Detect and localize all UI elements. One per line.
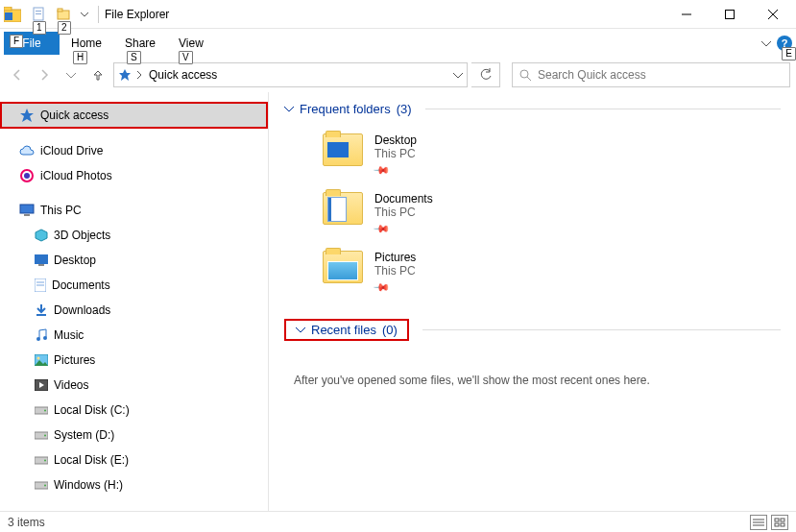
recent-locations-button[interactable] bbox=[60, 63, 83, 86]
recent-files-header[interactable]: Recent files (0) bbox=[284, 315, 781, 345]
separator bbox=[422, 329, 781, 330]
view-details-button[interactable] bbox=[750, 515, 767, 530]
tree-label: Local Disk (C:) bbox=[54, 403, 130, 417]
tree-label: Desktop bbox=[54, 254, 96, 267]
tab-share[interactable]: Share S bbox=[113, 32, 167, 55]
keytip-view: V bbox=[179, 51, 193, 64]
file-explorer-icon bbox=[2, 4, 23, 25]
videos-icon bbox=[35, 379, 48, 391]
tree-icloud-photos[interactable]: iCloud Photos bbox=[0, 163, 268, 188]
window-controls bbox=[664, 0, 794, 29]
tree-pictures[interactable]: Pictures bbox=[0, 348, 268, 373]
tree-label: Quick access bbox=[40, 109, 109, 122]
ribbon-expand-icon[interactable] bbox=[761, 38, 771, 48]
tab-home[interactable]: Home H bbox=[60, 32, 113, 55]
qat-newfolder-button[interactable]: 2 bbox=[54, 4, 75, 25]
pc-icon bbox=[19, 204, 35, 217]
pin-icon: 📌 bbox=[372, 278, 390, 297]
breadcrumb-location[interactable]: Quick access bbox=[147, 68, 219, 82]
folder-location: This PC bbox=[374, 264, 416, 278]
svg-point-13 bbox=[520, 70, 528, 78]
tree-music[interactable]: Music bbox=[0, 323, 268, 348]
tree-videos[interactable]: Videos bbox=[0, 373, 268, 398]
tree-local-disk-e[interactable]: Local Disk (E:) bbox=[0, 447, 268, 472]
pin-icon: 📌 bbox=[372, 161, 390, 180]
drive-icon bbox=[35, 430, 48, 440]
refresh-button[interactable] bbox=[471, 62, 500, 87]
quick-access-icon bbox=[118, 68, 132, 82]
qat-dropdown[interactable] bbox=[77, 4, 92, 25]
up-button[interactable] bbox=[86, 63, 109, 86]
keytip-qat2: 2 bbox=[58, 21, 71, 35]
tree-icloud-drive[interactable]: iCloud Drive bbox=[0, 138, 268, 163]
address-bar[interactable]: Quick access bbox=[113, 62, 468, 87]
forward-button[interactable] bbox=[33, 63, 56, 86]
keytip-expand: E bbox=[782, 47, 796, 60]
navigation-tree: Quick access iCloud Drive iCloud Photos … bbox=[0, 92, 269, 511]
keytip-home: H bbox=[73, 51, 87, 64]
folder-item-desktop[interactable]: Desktop This PC 📌 bbox=[323, 126, 781, 184]
drive-icon bbox=[35, 480, 48, 490]
recent-empty-message: After you've opened some files, we'll sh… bbox=[284, 345, 781, 387]
section-count: (3) bbox=[397, 102, 412, 116]
documents-icon bbox=[35, 278, 46, 292]
chevron-down-icon bbox=[296, 326, 305, 335]
chevron-down-icon bbox=[284, 105, 294, 114]
maximize-button[interactable] bbox=[708, 0, 751, 29]
tree-windows-h[interactable]: Windows (H:) bbox=[0, 472, 268, 497]
search-box[interactable]: Search Quick access bbox=[512, 62, 790, 87]
qat-properties-button[interactable]: 1 bbox=[29, 4, 50, 25]
chevron-right-icon[interactable] bbox=[135, 70, 143, 80]
tree-this-pc[interactable]: This PC bbox=[0, 198, 268, 223]
tree-documents[interactable]: Documents bbox=[0, 273, 268, 298]
svg-rect-7 bbox=[58, 9, 62, 12]
pin-icon: 📌 bbox=[372, 220, 390, 238]
close-button[interactable] bbox=[751, 0, 794, 29]
minimize-button[interactable] bbox=[664, 0, 708, 29]
file-tab[interactable]: File F bbox=[4, 32, 60, 55]
main: Quick access iCloud Drive iCloud Photos … bbox=[0, 92, 796, 511]
view-large-icons-button[interactable] bbox=[771, 515, 788, 530]
svg-rect-49 bbox=[781, 519, 784, 521]
frequent-folders-header[interactable]: Frequent folders (3) bbox=[284, 98, 781, 120]
tree-label: This PC bbox=[40, 204, 82, 217]
svg-rect-18 bbox=[20, 205, 34, 213]
section-label: Frequent folders bbox=[300, 102, 391, 116]
folder-item-documents[interactable]: Documents This PC 📌 bbox=[323, 184, 781, 243]
tree-local-disk-c[interactable]: Local Disk (C:) bbox=[0, 398, 268, 423]
tree-downloads[interactable]: Downloads bbox=[0, 298, 268, 323]
drive-icon bbox=[35, 405, 48, 415]
tree-label: System (D:) bbox=[54, 428, 114, 442]
svg-point-37 bbox=[44, 435, 46, 437]
tab-view[interactable]: View V bbox=[167, 32, 215, 55]
svg-line-14 bbox=[527, 77, 531, 81]
back-button[interactable] bbox=[6, 63, 29, 86]
tree-label: 3D Objects bbox=[54, 229, 110, 242]
svg-point-28 bbox=[43, 336, 47, 340]
tree-desktop[interactable]: Desktop bbox=[0, 248, 268, 273]
svg-rect-4 bbox=[36, 11, 41, 12]
folder-item-pictures[interactable]: Pictures This PC 📌 bbox=[323, 243, 781, 302]
tree-quick-access[interactable]: Quick access bbox=[0, 102, 268, 129]
folder-name: Documents bbox=[374, 192, 433, 206]
tree-label: Downloads bbox=[54, 303, 110, 317]
search-placeholder: Search Quick access bbox=[538, 68, 646, 82]
folder-location: This PC bbox=[374, 147, 417, 160]
search-icon bbox=[519, 68, 532, 82]
svg-rect-5 bbox=[36, 13, 41, 14]
status-item-count: 3 items bbox=[8, 516, 45, 529]
photos-icon bbox=[19, 168, 35, 183]
address-dropdown-icon[interactable] bbox=[453, 70, 463, 80]
keytip-share: S bbox=[127, 51, 141, 64]
folder-icon bbox=[323, 192, 363, 225]
tree-label: iCloud Photos bbox=[40, 169, 112, 182]
frequent-folders-list: Desktop This PC 📌 Documents This PC 📌 Pi… bbox=[284, 120, 781, 309]
svg-rect-9 bbox=[725, 10, 734, 18]
quick-access-toolbar: 1 2 File Explorer bbox=[2, 4, 169, 25]
tree-system-d[interactable]: System (D:) bbox=[0, 423, 268, 447]
tree-3d-objects[interactable]: 3D Objects bbox=[0, 223, 268, 248]
keytip-file: F bbox=[10, 35, 23, 48]
tree-label: Music bbox=[54, 328, 84, 342]
folder-name: Pictures bbox=[374, 251, 416, 264]
svg-rect-48 bbox=[775, 519, 779, 521]
